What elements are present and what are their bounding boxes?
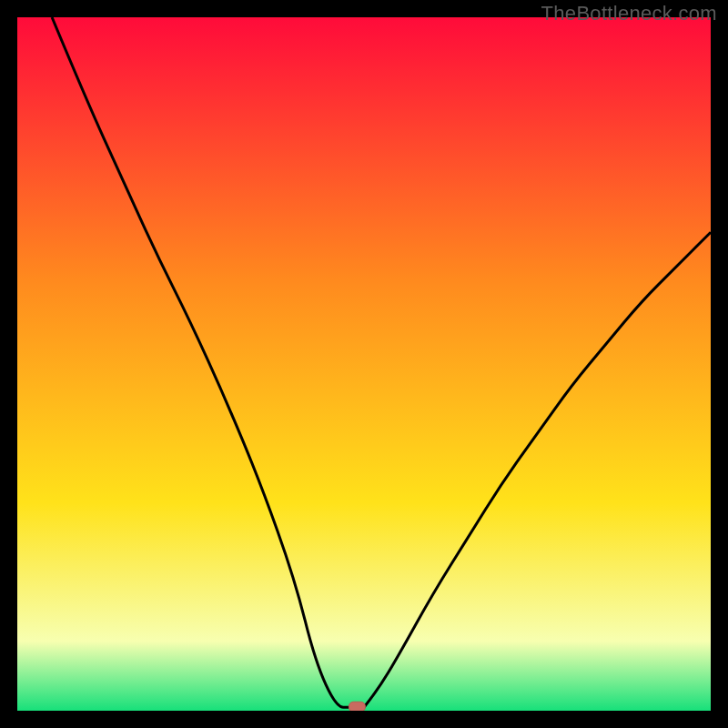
watermark-text: TheBottleneck.com [541,2,717,25]
chart-frame: TheBottleneck.com [0,0,728,728]
chart-svg [17,17,711,711]
minimum-marker [349,702,365,711]
plot-area [17,17,711,711]
gradient-background [17,17,711,711]
